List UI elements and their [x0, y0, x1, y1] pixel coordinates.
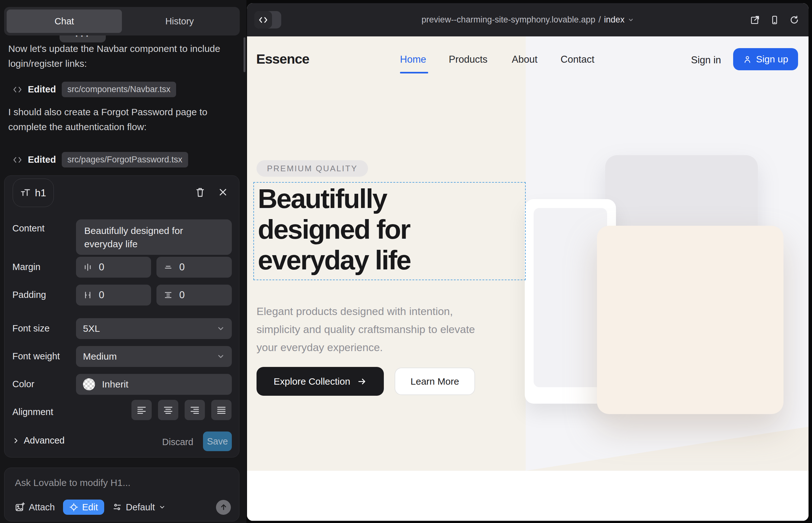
text-type-icon	[20, 188, 31, 198]
color-select[interactable]: Inherit	[76, 374, 232, 395]
chevron-right-icon	[12, 437, 19, 444]
sign-up-label: Sign up	[756, 54, 788, 65]
explore-collection-label: Explore Collection	[273, 376, 350, 387]
delete-element-button[interactable]	[193, 185, 207, 199]
padding-x-value: 0	[99, 289, 104, 301]
chevron-down-icon	[217, 353, 225, 361]
assistant-message: I should also create a Forgot Password p…	[8, 105, 230, 134]
composer-toolbar: Attach Edit Defaul	[15, 500, 231, 515]
color-value: Inherit	[102, 379, 225, 390]
hero-description: Elegant products designed with intention…	[257, 302, 492, 357]
preview-domain: preview--charming-site-symphony.lovable.…	[422, 15, 595, 25]
chevron-down-icon	[217, 325, 225, 333]
padding-horizontal-icon	[83, 290, 92, 300]
padding-label: Padding	[12, 290, 46, 300]
font-weight-select[interactable]: Medium	[76, 346, 232, 367]
external-link-icon	[750, 15, 760, 25]
default-label: Default	[126, 502, 155, 512]
send-button[interactable]	[216, 500, 231, 515]
align-right-button[interactable]	[184, 400, 205, 420]
padding-y-value: 0	[179, 289, 184, 301]
font-size-value: 5XL	[83, 323, 217, 334]
nav-link-about[interactable]: About	[512, 54, 537, 65]
refresh-button[interactable]	[790, 15, 799, 25]
target-icon	[69, 503, 78, 511]
align-left-button[interactable]	[131, 400, 152, 420]
file-chip[interactable]: src/components/Navbar.tsx	[62, 82, 176, 97]
attach-button[interactable]: Attach	[15, 502, 55, 512]
advanced-toggle[interactable]: Advanced	[12, 435, 65, 446]
preview-viewport: Essence Home Products About Contact Sign…	[247, 36, 809, 521]
selected-element-badge[interactable]: h1	[13, 179, 54, 207]
selected-element-outline[interactable]: Beautifully designed for everyday life	[253, 182, 526, 280]
hero-badge: PREMIUM QUALITY	[257, 160, 368, 177]
chevron-down-icon	[628, 17, 634, 23]
hero-heading[interactable]: Beautifully designed for everyday life	[258, 183, 460, 275]
chat-composer: Ask Lovable to modify H1... Attach	[4, 468, 240, 521]
close-icon	[218, 187, 228, 197]
arrow-right-icon	[357, 377, 367, 386]
element-editor-panel: h1 Content Beautifully designed for ever…	[4, 175, 240, 457]
close-editor-button[interactable]	[216, 185, 230, 199]
open-external-button[interactable]	[750, 15, 760, 25]
font-weight-label: Font weight	[12, 351, 60, 362]
site-logo[interactable]: Essence	[256, 51, 310, 67]
padding-y-input[interactable]: 0	[156, 285, 232, 306]
padding-x-input[interactable]: 0	[76, 285, 151, 306]
margin-x-input[interactable]: 0	[76, 257, 151, 278]
attach-label: Attach	[29, 502, 55, 512]
align-center-button[interactable]	[158, 400, 178, 420]
trash-icon	[195, 187, 205, 198]
file-chip[interactable]: src/pages/ForgotPassword.tsx	[62, 152, 188, 167]
learn-more-button[interactable]: Learn More	[394, 367, 475, 395]
hero-card-white-inner	[534, 208, 607, 387]
default-mode-select[interactable]: Default	[112, 502, 166, 512]
chat-sidebar: ... Chat History Now let's update the Na…	[0, 0, 246, 523]
code-icon	[13, 86, 22, 94]
sign-up-button[interactable]: Sign up	[733, 48, 798, 70]
composer-input[interactable]: Ask Lovable to modify H1...	[15, 477, 130, 488]
font-weight-value: Medium	[83, 351, 217, 362]
margin-label: Margin	[12, 262, 40, 272]
refresh-icon	[790, 15, 799, 25]
preview-panel: preview--charming-site-symphony.lovable.…	[247, 3, 809, 521]
chat-history-tabs: Chat History	[4, 7, 240, 35]
edited-file-row[interactable]: Edited src/pages/ForgotPassword.tsx	[13, 152, 188, 167]
color-label: Color	[12, 379, 34, 390]
smartphone-icon	[770, 15, 779, 25]
margin-horizontal-icon	[83, 263, 92, 272]
content-input[interactable]: Beautifully designed for everyday life	[76, 219, 232, 255]
content-label: Content	[12, 223, 45, 234]
edit-mode-button[interactable]: Edit	[63, 500, 104, 515]
sidebar-scrollbar[interactable]	[244, 37, 245, 72]
preview-page: index	[604, 15, 624, 25]
font-size-select[interactable]: 5XL	[76, 318, 232, 339]
align-center-icon	[163, 405, 173, 415]
align-justify-button[interactable]	[211, 400, 231, 420]
tab-history[interactable]: History	[122, 10, 237, 33]
preview-chrome-bar: preview--charming-site-symphony.lovable.…	[247, 3, 809, 36]
code-icon	[13, 156, 22, 164]
transparency-swatch-icon	[83, 378, 95, 390]
margin-y-input[interactable]: 0	[156, 257, 232, 278]
tab-chat[interactable]: Chat	[7, 10, 122, 33]
explore-collection-button[interactable]: Explore Collection	[257, 367, 384, 396]
nav-link-contact[interactable]: Contact	[561, 54, 595, 65]
save-button[interactable]: Save	[203, 432, 232, 451]
mobile-view-button[interactable]	[770, 15, 779, 25]
nav-link-home[interactable]: Home	[400, 54, 426, 65]
margin-x-value: 0	[99, 262, 104, 273]
url-bar[interactable]: preview--charming-site-symphony.lovable.…	[247, 3, 809, 36]
sign-in-link[interactable]: Sign in	[691, 54, 721, 66]
sliders-icon	[112, 502, 122, 512]
nav-link-products[interactable]: Products	[449, 54, 488, 65]
user-icon	[743, 55, 752, 64]
font-size-label: Font size	[12, 323, 50, 334]
edited-action-label: Edited	[28, 155, 56, 165]
assistant-message: Now let's update the Navbar component to…	[8, 41, 230, 71]
discard-button[interactable]: Discard	[160, 437, 195, 448]
arrow-up-icon	[219, 503, 228, 511]
edited-action-label: Edited	[28, 84, 56, 95]
edited-file-row[interactable]: Edited src/components/Navbar.tsx	[13, 82, 176, 97]
align-left-icon	[137, 405, 147, 415]
